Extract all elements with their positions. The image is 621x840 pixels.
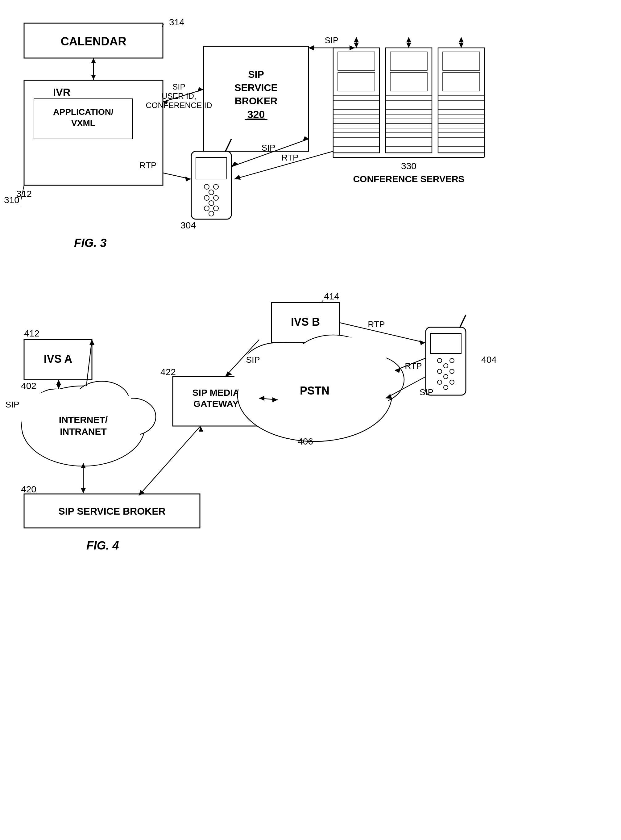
svg-text:INTERNET/: INTERNET/ [59,415,108,425]
svg-text:412: 412 [24,328,39,338]
svg-text:INTRANET: INTRANET [60,426,107,436]
svg-rect-6 [34,99,133,139]
svg-text:330: 330 [401,161,417,171]
svg-rect-16 [204,46,309,151]
svg-point-122 [21,386,145,466]
svg-text:312: 312 [16,188,32,199]
svg-point-94 [204,184,209,189]
svg-line-92 [225,139,231,152]
fig3-svg: CALENDAR 314 IVR APPLICATION/ VXML 312 3… [0,0,621,840]
svg-line-164 [395,358,426,371]
svg-rect-91 [191,151,231,219]
svg-text:404: 404 [481,354,497,365]
svg-text:RTP: RTP [139,161,157,170]
svg-rect-43 [386,48,432,153]
svg-line-107 [231,139,309,167]
svg-marker-171 [89,340,94,345]
svg-marker-174 [56,384,61,389]
svg-point-99 [214,195,218,201]
svg-point-97 [204,195,209,201]
svg-text:IVR: IVR [53,86,71,98]
svg-marker-89 [459,37,463,42]
svg-text:GATEWAY: GATEWAY [194,398,239,409]
svg-line-3 [162,24,164,27]
svg-point-153 [450,358,454,363]
svg-point-142 [290,337,389,398]
svg-line-161 [339,323,425,343]
svg-point-123 [31,389,80,432]
svg-text:CONFERENCE ID: CONFERENCE ID [145,101,212,110]
svg-point-158 [444,385,448,390]
svg-marker-80 [309,46,314,50]
svg-text:SERVICE: SERVICE [235,82,278,93]
svg-line-149 [460,315,466,328]
svg-rect-93 [196,158,227,179]
svg-marker-109 [231,162,239,167]
svg-line-121 [321,300,323,303]
svg-point-154 [438,369,442,374]
svg-marker-175 [56,380,61,385]
svg-marker-177 [81,488,86,493]
svg-rect-4 [24,80,163,185]
svg-point-127 [21,389,102,445]
svg-point-125 [109,398,156,435]
svg-line-104 [163,173,191,179]
svg-marker-84 [354,43,359,48]
svg-text:304: 304 [180,220,196,230]
svg-point-124 [74,381,130,421]
svg-rect-58 [438,48,484,153]
svg-text:RTP: RTP [281,153,298,163]
svg-marker-86 [406,37,411,42]
svg-text:FIG. 4: FIG. 4 [86,539,119,552]
svg-rect-30 [338,73,375,91]
svg-rect-29 [338,52,375,70]
svg-line-185 [139,426,200,495]
svg-point-141 [235,343,339,410]
svg-text:IVS B: IVS B [291,316,320,328]
svg-text:320: 320 [247,108,265,120]
svg-marker-187 [199,426,203,431]
svg-line-170 [86,340,92,386]
svg-rect-118 [271,302,339,343]
svg-text:RTP: RTP [405,361,422,371]
svg-text:420: 420 [21,484,36,494]
svg-text:PSTN: PSTN [300,384,329,397]
svg-text:FIG. 3: FIG. 3 [74,237,107,249]
svg-point-95 [209,190,214,195]
svg-rect-115 [24,340,92,380]
svg-point-102 [214,206,218,211]
svg-marker-83 [354,37,359,42]
svg-text:310: 310 [4,195,20,205]
svg-text:402: 402 [21,381,36,391]
svg-text:APPLICATION/: APPLICATION/ [53,107,114,117]
svg-marker-184 [259,396,264,401]
svg-point-126 [25,389,142,463]
svg-line-182 [259,398,278,400]
svg-text:SIP SERVICE BROKER: SIP SERVICE BROKER [58,506,165,517]
svg-point-156 [450,369,454,374]
svg-rect-148 [426,327,466,395]
svg-point-157 [438,380,442,384]
svg-point-140 [241,352,389,438]
svg-rect-132 [173,377,259,426]
svg-point-137 [241,343,315,398]
svg-marker-112 [235,175,241,180]
svg-point-152 [444,364,448,368]
svg-marker-87 [406,43,411,48]
svg-marker-105 [185,176,191,182]
svg-text:SIP: SIP [420,387,433,397]
svg-line-14 [21,185,24,200]
svg-marker-186 [139,490,145,495]
svg-text:BROKER: BROKER [235,96,278,106]
svg-marker-11 [91,58,96,63]
svg-text:414: 414 [324,291,339,301]
svg-rect-44 [390,52,427,70]
svg-text:IVS A: IVS A [44,352,73,365]
svg-point-151 [438,358,442,363]
svg-marker-165 [395,368,400,373]
svg-marker-79 [350,46,355,50]
svg-text:422: 422 [161,367,176,377]
svg-rect-45 [390,73,427,91]
svg-rect-145 [24,494,200,528]
svg-rect-60 [443,73,480,91]
